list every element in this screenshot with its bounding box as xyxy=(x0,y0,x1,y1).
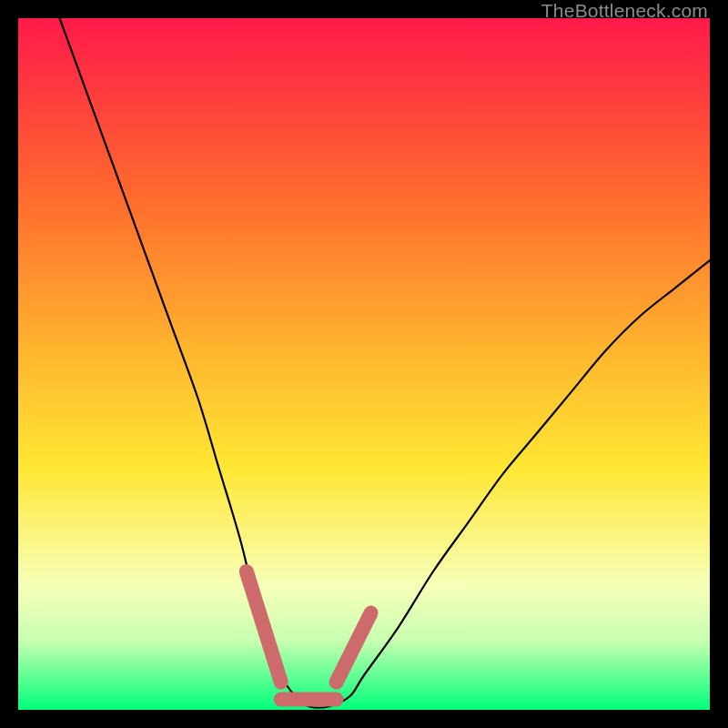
gradient-background xyxy=(18,18,710,710)
bottleneck-chart xyxy=(18,18,710,710)
chart-frame xyxy=(18,18,710,710)
